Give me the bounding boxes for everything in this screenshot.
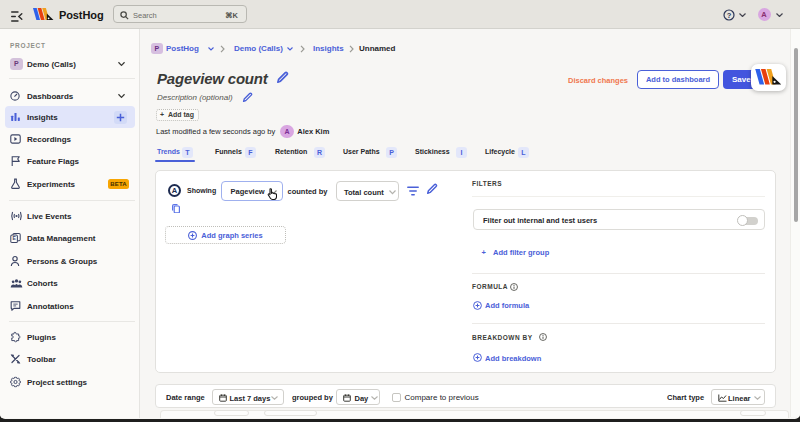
svg-text:?: ? (726, 11, 731, 20)
svg-text:E: E (12, 235, 16, 241)
